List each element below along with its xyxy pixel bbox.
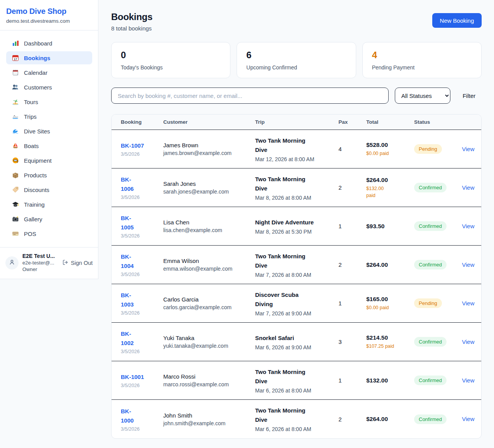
booking-date: 3/5/2026	[121, 233, 159, 239]
trip-datetime: Mar 7, 2026 at 8:00 AM	[255, 272, 335, 278]
view-link[interactable]: View	[462, 184, 474, 191]
island-icon	[12, 98, 19, 105]
trip-name: Snorkel Safari	[255, 333, 335, 343]
sidebar-item-equipment[interactable]: Equipment	[6, 154, 92, 167]
booking-id-link[interactable]: BK- 1004	[121, 252, 134, 271]
col-header-status: Status	[414, 119, 462, 125]
filter-button[interactable]: Filter	[457, 93, 482, 99]
avatar	[5, 256, 19, 269]
page-title: Bookings	[111, 12, 152, 22]
status-badge: Confirmed	[414, 221, 447, 231]
trip-name: Night Dive Adventure	[255, 218, 335, 227]
customer-name: Lisa Chen	[163, 219, 251, 226]
booking-id-link[interactable]: BK- 1003	[121, 291, 134, 309]
trip-datetime: Mar 12, 2026 at 8:00 AM	[255, 156, 335, 162]
view-link[interactable]: View	[462, 146, 474, 152]
sidebar-item-training[interactable]: Training	[6, 198, 92, 211]
booking-id-link[interactable]: BK- 1002	[121, 329, 134, 348]
view-link[interactable]: View	[462, 339, 474, 345]
sailboat-icon	[12, 142, 19, 149]
sidebar-item-label: Tours	[24, 99, 38, 105]
stat-card: 4 Pending Payment	[362, 42, 482, 78]
booking-id-link[interactable]: BK- 1006	[121, 175, 134, 194]
trip-datetime: Mar 6, 2026 at 8:00 AM	[255, 426, 335, 432]
total-amount: $528.00	[366, 141, 410, 148]
customer-email: sarah.jones@example.com	[163, 189, 251, 195]
customer-email: john.smith@example.com	[163, 420, 251, 426]
sidebar-item-discounts[interactable]: Discounts	[6, 183, 92, 196]
table-row: BK- 1000 3/5/2026 John Smith john.smith@…	[112, 400, 481, 438]
sidebar-item-pos[interactable]: POS	[6, 227, 92, 240]
total-amount: $264.00	[366, 416, 410, 423]
paid-amount: $132.00 paid	[366, 185, 410, 199]
credit-card-icon	[12, 230, 19, 237]
trip-datetime: Mar 8, 2026 at 8:00 AM	[255, 195, 335, 201]
trip-datetime: Mar 7, 2026 at 9:00 AM	[255, 310, 335, 317]
customer-email: lisa.chen@example.com	[163, 227, 251, 233]
new-booking-button[interactable]: New Booking	[432, 13, 482, 28]
customer-name: Emma Wilson	[163, 258, 251, 264]
graduation-cap-icon	[12, 201, 19, 208]
booking-id-link[interactable]: BK- 1000	[121, 407, 134, 425]
user-email: e2e-tester@...	[22, 259, 58, 266]
sidebar-item-boats[interactable]: Boats	[6, 139, 92, 152]
view-link[interactable]: View	[462, 300, 474, 307]
sidebar-item-gallery[interactable]: Gallery	[6, 212, 92, 226]
user-meta: E2E Test U... e2e-tester@... Owner	[22, 253, 58, 273]
view-link[interactable]: View	[462, 377, 474, 384]
sidebar-item-dive-sites[interactable]: Dive Sites	[6, 125, 92, 138]
sign-out-button[interactable]: Sign Out	[62, 259, 93, 267]
page-subtitle: 8 total bookings	[111, 25, 152, 32]
paid-amount: $0.00 paid	[366, 150, 410, 157]
col-header-customer: Customer	[163, 119, 255, 125]
sidebar-item-customers[interactable]: Customers	[6, 81, 92, 94]
trip-name: Two Tank Morning Dive	[255, 367, 335, 386]
table-row: BK- 1003 3/5/2026 Carlos Garcia carlos.g…	[112, 284, 481, 323]
booking-id-link[interactable]: BK- 1005	[121, 214, 134, 232]
booking-id-link[interactable]: BK-1001	[121, 372, 144, 382]
total-amount: $132.00	[366, 377, 410, 384]
search-input[interactable]	[111, 88, 389, 104]
stat-label: Pending Payment	[372, 64, 472, 71]
stat-card: 0 Today's Bookings	[111, 42, 230, 78]
sidebar-item-calendar[interactable]: Calendar	[6, 66, 92, 79]
tag-icon	[12, 186, 19, 193]
trip-name: Discover Scuba Diving	[255, 290, 335, 309]
page-header: Bookings 8 total bookings New Booking	[111, 12, 482, 32]
paid-amount: $107.25 paid	[366, 343, 410, 350]
trip-name: Two Tank Morning Dive	[255, 252, 335, 270]
col-header-trip: Trip	[255, 119, 338, 125]
sidebar-item-tours[interactable]: Tours	[6, 95, 92, 108]
status-badge: Confirmed	[414, 414, 447, 424]
total-amount: $165.00	[366, 296, 410, 303]
sidebar-item-products[interactable]: Products	[6, 168, 92, 182]
total-amount: $214.50	[366, 334, 410, 341]
table-header-row: Booking Customer Trip Pax Total Status	[112, 115, 481, 130]
view-link[interactable]: View	[462, 416, 474, 422]
sidebar-item-dashboard[interactable]: Dashboard	[6, 37, 92, 50]
sidebar-user-box: E2E Test U... e2e-tester@... Owner Sign …	[0, 247, 98, 279]
trip-datetime: Mar 8, 2026 at 5:30 PM	[255, 229, 335, 235]
view-link[interactable]: View	[462, 261, 474, 268]
sidebar-item-label: Training	[24, 201, 45, 208]
sidebar-item-trips[interactable]: Trips	[6, 110, 92, 123]
sidebar-item-label: Dive Sites	[24, 128, 50, 135]
status-badge: Pending	[414, 144, 442, 154]
dive-mask-icon	[12, 157, 19, 164]
sidebar-item-label: POS	[24, 231, 36, 237]
pax-count: 2	[338, 261, 366, 268]
status-filter-select[interactable]: All Statuses	[395, 88, 450, 104]
logout-icon	[62, 259, 69, 267]
customer-email: james.brown@example.com	[163, 150, 251, 156]
table-row: BK- 1002 3/5/2026 Yuki Tanaka yuki.tanak…	[112, 323, 481, 361]
pax-count: 4	[338, 146, 366, 152]
status-badge: Confirmed	[414, 183, 447, 192]
booking-id-link[interactable]: BK-1007	[121, 141, 144, 150]
page-title-block: Bookings 8 total bookings	[111, 12, 152, 32]
view-link[interactable]: View	[462, 223, 474, 229]
booking-date: 3/5/2026	[121, 272, 159, 277]
people-icon	[12, 84, 19, 91]
speedboat-icon	[12, 113, 19, 120]
sidebar-item-bookings[interactable]: 17 Bookings	[6, 51, 92, 64]
col-header-pax: Pax	[338, 119, 366, 125]
